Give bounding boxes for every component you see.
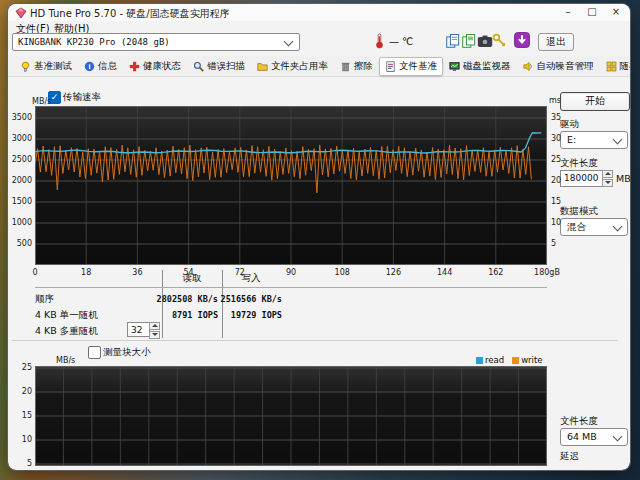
read-legend-label: read: [485, 355, 504, 365]
position-x-axis-tick: 54: [173, 268, 205, 278]
camera-screenshot-icon[interactable]: [477, 33, 493, 49]
transfer-rate-chart: [35, 106, 547, 265]
queue-depth-input[interactable]: 32: [127, 322, 150, 337]
position-x-axis-tick: 72: [224, 268, 256, 278]
position-x-axis-tick: 180gB: [531, 268, 563, 278]
file-length-unit: MB: [616, 173, 630, 184]
temperature-unit: ℃: [402, 36, 413, 47]
file-length-down-button[interactable]: [602, 179, 613, 187]
drive-selector[interactable]: KINGBANK KP230 Pro (2048 gB): [12, 33, 300, 51]
transfer-y-axis-tick: 1500: [8, 197, 32, 207]
key-icon[interactable]: [492, 33, 508, 49]
transfer-y-axis-tick: 1000: [8, 218, 32, 228]
block-y-axis-tick: 10: [8, 435, 32, 445]
transfer-rate-label: 传输速率: [63, 91, 101, 104]
row-label-4k-multi: 4 KB 多重随机: [35, 325, 98, 338]
tab-info[interactable]: i 信息: [78, 57, 123, 76]
title-bar: HD Tune Pro 5.70 - 硬盘/固态硬盘实用程序 – □ ×: [8, 4, 630, 21]
info-icon: i: [84, 61, 95, 72]
position-x-axis-tick: 162: [480, 268, 512, 278]
temperature-value: —: [389, 36, 399, 47]
top-chart-unit-left: MB/s: [32, 97, 51, 106]
file-length-value: 180000: [564, 173, 598, 183]
app-window: HD Tune Pro 5.70 - 硬盘/固态硬盘实用程序 – □ × 文件(…: [8, 4, 630, 470]
latency-y-axis-tick: 35: [551, 113, 569, 123]
position-x-axis-tick: 126: [377, 268, 409, 278]
drive-selector-value: KINGBANK KP230 Pro (2048 gB): [18, 37, 170, 47]
section-divider: [12, 340, 618, 341]
latency-y-axis-tick: 25: [551, 155, 569, 165]
transfer-y-axis-tick: 3500: [8, 113, 32, 123]
4k-single-write-value: 19729 IOPS: [220, 310, 282, 320]
maximize-button[interactable]: □: [582, 4, 602, 20]
bottom-chart-legend: read write: [476, 355, 543, 365]
data-mode-value: 混合: [567, 221, 586, 234]
tab-label: 基准测试: [34, 60, 72, 73]
position-x-axis-tick: 18: [70, 268, 102, 278]
write-legend-label: write: [521, 355, 542, 365]
tab-label: 自动噪音管理: [537, 60, 594, 73]
window-title: HD Tune Pro 5.70 - 硬盘/固态硬盘实用程序: [30, 7, 230, 21]
chevron-down-icon: [613, 135, 623, 145]
tab-disk-monitor[interactable]: 磁盘监视器: [443, 57, 517, 76]
latency-label: 延迟: [560, 450, 579, 463]
minimize-button[interactable]: –: [558, 4, 578, 20]
health-cross-icon: [129, 61, 140, 72]
tab-health[interactable]: 健康状态: [123, 57, 187, 76]
measure-block-checkbox[interactable]: [88, 346, 101, 359]
queue-depth-down-button[interactable]: [149, 331, 160, 339]
chevron-down-icon: [284, 37, 294, 47]
write-legend-swatch: [512, 357, 519, 364]
copy-text-icon[interactable]: [445, 33, 461, 49]
queue-depth-value: 32: [131, 325, 142, 335]
folder-icon: [257, 61, 268, 72]
position-x-axis-tick: 144: [429, 268, 461, 278]
transfer-y-axis-tick: 3000: [8, 134, 32, 144]
file-length-up-button[interactable]: [602, 170, 613, 178]
row-label-sequential: 顺序: [35, 293, 54, 306]
position-x-axis-tick: 0: [19, 268, 51, 278]
lightbulb-icon: [20, 61, 31, 72]
block-y-axis-tick: 25: [8, 363, 32, 373]
block-file-length-select[interactable]: 64 MB: [560, 428, 628, 446]
latency-y-axis-tick: 20: [551, 176, 569, 186]
table-rule: [35, 287, 547, 288]
block-y-axis-tick: 20: [8, 387, 32, 397]
transfer-y-axis-tick: 2000: [8, 176, 32, 186]
exit-button[interactable]: 退出: [538, 33, 574, 51]
magnifier-icon: [193, 61, 204, 72]
svg-text:i: i: [88, 62, 90, 71]
close-button[interactable]: ×: [606, 4, 626, 20]
queue-depth-up-button[interactable]: [149, 322, 160, 330]
block-size-chart: [35, 366, 547, 466]
position-x-axis-tick: 90: [275, 268, 307, 278]
copy-image-icon[interactable]: [461, 33, 477, 49]
tab-label: 错误扫描: [207, 60, 245, 73]
latency-y-axis-tick: 10: [551, 218, 569, 228]
tab-error-scan[interactable]: 错误扫描: [187, 57, 251, 76]
start-button[interactable]: 开始: [560, 92, 630, 111]
tab-label: 健康状态: [143, 60, 181, 73]
chevron-down-icon: [613, 222, 623, 232]
target-drive-select[interactable]: E:: [560, 131, 628, 149]
tab-bar: 基准测试 i 信息 健康状态 错误扫描 文件夹占用率 擦除 文件基准 磁盘监视器: [8, 56, 630, 77]
data-mode-select[interactable]: 混合: [560, 218, 628, 236]
block-file-length-value: 64 MB: [567, 431, 597, 442]
tab-acoustic-management[interactable]: 自动噪音管理: [517, 57, 600, 76]
tab-label: 擦除: [354, 60, 373, 73]
app-gem-icon: [15, 7, 27, 19]
tab-label: 信息: [98, 60, 117, 73]
transfer-y-axis-tick: 2500: [8, 155, 32, 165]
measure-block-label: 测量块大小: [103, 346, 151, 359]
monitor-icon: [449, 61, 460, 72]
tab-random-access[interactable]: 随机存取: [600, 57, 631, 76]
tab-file-benchmark[interactable]: 文件基准: [379, 57, 443, 76]
tab-label: 随机存取: [620, 60, 631, 73]
download-update-icon[interactable]: [514, 32, 530, 48]
sequential-read-value: 2802508 KB/s: [156, 294, 218, 304]
tab-folder-usage[interactable]: 文件夹占用率: [251, 57, 334, 76]
chevron-down-icon: [613, 432, 623, 442]
block-file-length-label: 文件长度: [560, 415, 598, 428]
tab-benchmark[interactable]: 基准测试: [14, 57, 78, 76]
tab-erase[interactable]: 擦除: [334, 57, 379, 76]
